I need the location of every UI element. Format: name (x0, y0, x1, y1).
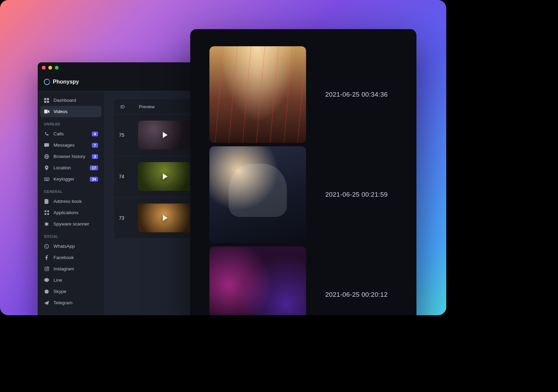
svg-line-27 (48, 225, 49, 225)
sidebar-item-label: WhatsApp (53, 244, 98, 249)
play-icon (138, 204, 192, 232)
sidebar-item-line[interactable]: Line (40, 274, 101, 286)
preview-timestamp: 2021-06-25 00:34:36 (325, 91, 388, 98)
row-id: 74 (119, 174, 136, 179)
sidebar-item-instagram[interactable]: Instagram (40, 263, 101, 274)
sidebar-item-label: Messages (53, 143, 88, 148)
svg-point-30 (46, 268, 47, 270)
sidebar-item-whatsapp[interactable]: WhatsApp (40, 241, 101, 252)
sidebar-item-dashboard[interactable]: Dashboard (40, 95, 101, 106)
sidebar-item-label: Line (53, 278, 98, 283)
badge: 4 (92, 132, 98, 136)
sidebar-item-label: Location (53, 165, 86, 170)
sidebar-item-applications[interactable]: Applications (40, 207, 101, 218)
preview-image[interactable] (209, 246, 306, 315)
video-thumbnail[interactable] (138, 204, 192, 232)
sidebar-item-label: Videos (53, 109, 98, 114)
preview-row[interactable]: 2021-06-25 00:20:12 (209, 246, 397, 315)
preview-image[interactable] (209, 146, 306, 243)
badge: 34 (90, 177, 98, 182)
svg-rect-16 (48, 200, 49, 200)
row-id: 75 (119, 132, 136, 138)
column-id: ID (120, 104, 139, 109)
row-id: 73 (119, 215, 136, 221)
globe-icon (44, 154, 49, 159)
preview-row[interactable]: 2021-06-25 00:34:36 (209, 46, 397, 143)
sidebar-item-label: Facebook (53, 255, 98, 260)
svg-rect-18 (48, 203, 49, 203)
sidebar-item-label: Spyware scanner (53, 221, 98, 226)
badge: 7 (92, 143, 98, 148)
sidebar-item-label: Skype (53, 289, 98, 294)
svg-line-26 (45, 225, 46, 225)
traffic-zoom-icon[interactable] (55, 66, 59, 70)
svg-rect-20 (47, 210, 49, 212)
svg-point-32 (44, 278, 49, 282)
sidebar: Dashboard Videos UNREAD Calls 4 (38, 91, 105, 315)
skype-icon (44, 289, 49, 294)
sidebar-item-browser-history[interactable]: Browser history 3 (40, 151, 101, 162)
sidebar-section-unread: UNREAD (40, 117, 101, 128)
svg-rect-15 (45, 199, 48, 204)
keyboard-icon (44, 177, 49, 181)
sidebar-item-facebook[interactable]: Facebook (40, 252, 101, 263)
preview-panel: 2021-06-25 00:34:36 2021-06-25 00:21:59 … (190, 29, 416, 315)
svg-rect-3 (47, 101, 49, 103)
traffic-minimize-icon[interactable] (48, 66, 52, 70)
svg-rect-22 (47, 213, 49, 215)
svg-point-33 (45, 290, 49, 294)
line-icon (44, 278, 49, 282)
svg-rect-1 (47, 98, 49, 100)
telegram-icon (44, 301, 49, 305)
sidebar-section-social: SOCIAL (40, 230, 101, 241)
sidebar-item-skype[interactable]: Skype (40, 286, 101, 297)
svg-rect-17 (48, 201, 49, 202)
sidebar-item-messages[interactable]: Messages 7 (40, 139, 101, 151)
svg-point-31 (48, 267, 48, 268)
preview-timestamp: 2021-06-25 00:21:59 (325, 191, 388, 198)
badge: 3 (92, 154, 98, 159)
sidebar-item-spyware-scanner[interactable]: Spyware scanner (40, 218, 101, 230)
sidebar-item-videos[interactable]: Videos (40, 106, 101, 117)
message-icon (44, 143, 49, 147)
facebook-icon (44, 255, 49, 260)
brand-logo-icon (43, 78, 51, 86)
whatsapp-icon (44, 244, 49, 249)
sidebar-section-general: GENERAL (40, 185, 101, 196)
sidebar-item-label: Calls (53, 131, 88, 136)
play-icon (138, 162, 192, 191)
sidebar-item-label: Instagram (53, 266, 98, 271)
sidebar-item-label: Applications (53, 210, 98, 215)
bug-icon (44, 222, 49, 226)
grid-icon (44, 98, 49, 103)
svg-rect-0 (44, 98, 46, 100)
sidebar-item-label: Dashboard (53, 98, 98, 103)
svg-rect-2 (44, 101, 46, 103)
sidebar-item-location[interactable]: Location 17 (40, 162, 101, 173)
video-icon (44, 110, 49, 113)
svg-rect-9 (44, 177, 49, 181)
preview-timestamp: 2021-06-25 00:20:12 (325, 291, 388, 298)
svg-line-25 (48, 223, 49, 223)
svg-rect-21 (45, 213, 46, 215)
badge: 17 (90, 166, 98, 170)
sidebar-item-label: Browser history (53, 154, 88, 159)
svg-rect-19 (45, 210, 46, 212)
preview-image[interactable] (209, 46, 306, 143)
video-thumbnail[interactable] (138, 162, 192, 191)
sidebar-item-label: Keylogger (53, 176, 86, 182)
sidebar-item-address-book[interactable]: Address book (40, 196, 101, 207)
sidebar-item-label: Address book (53, 199, 98, 204)
svg-point-23 (45, 222, 48, 226)
play-icon (138, 121, 192, 149)
sidebar-item-telegram[interactable]: Telegram (40, 297, 101, 308)
sidebar-item-label: Telegram (53, 300, 98, 305)
svg-point-28 (45, 244, 49, 248)
sidebar-item-calls[interactable]: Calls 4 (40, 128, 101, 139)
preview-row[interactable]: 2021-06-25 00:21:59 (209, 146, 397, 243)
apps-icon (44, 210, 49, 215)
video-thumbnail[interactable] (138, 121, 192, 149)
sidebar-item-keylogger[interactable]: Keylogger 34 (40, 173, 101, 185)
traffic-close-icon[interactable] (42, 66, 46, 70)
book-icon (44, 199, 49, 204)
